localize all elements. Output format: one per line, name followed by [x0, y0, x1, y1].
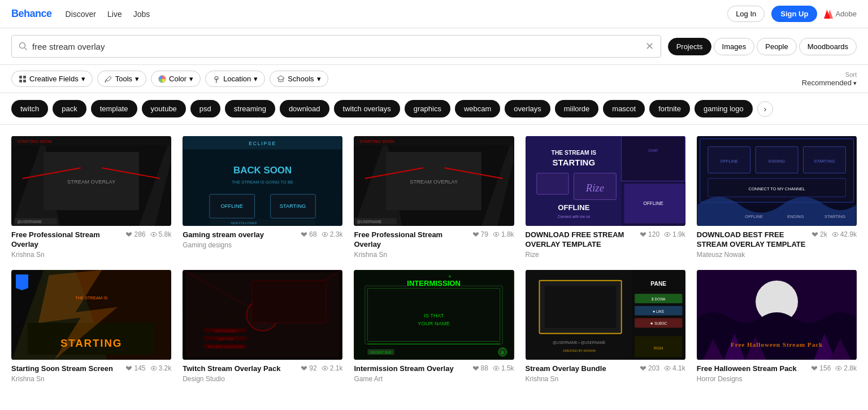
project-stats: 203 4.1k: [640, 364, 685, 372]
sort-label: Sort: [802, 71, 857, 78]
project-card[interactable]: OFFLINE ENDING STARTING OFFLINE ENDING S…: [697, 136, 857, 259]
svg-point-37: [324, 234, 326, 235]
tag-template[interactable]: template: [91, 100, 137, 117]
tab-projects[interactable]: Projects: [668, 38, 711, 55]
svg-text:OFFLINE: OFFLINE: [221, 203, 244, 209]
svg-text:THE STREAM IS: THE STREAM IS: [75, 295, 107, 300]
tag-pack[interactable]: pack: [53, 100, 86, 117]
svg-point-139: [667, 368, 669, 369]
like-count: 203: [640, 364, 659, 372]
tag-graphics[interactable]: graphics: [405, 100, 450, 117]
project-card[interactable]: ECLIPSE BACK SOON THE STREAM IS GOING TO…: [183, 136, 342, 259]
view-icon: [493, 365, 500, 372]
project-card[interactable]: INSTAGRAM TWITTER RECENT DONATION Twitch…: [183, 270, 342, 383]
like-icon: [301, 231, 307, 238]
project-card[interactable]: STREAM OVERLAY STARTING SOON @USERNAME F…: [11, 136, 171, 259]
thumb-artwork: ECLIPSE BACK SOON THE STREAM IS GOING TO…: [183, 136, 342, 226]
tag-download[interactable]: download: [280, 100, 329, 117]
svg-text:⚙: ⚙: [501, 350, 505, 355]
project-card[interactable]: THE STREAM IS STARTING Rize OFFLINE Conn…: [526, 136, 685, 259]
brand-logo[interactable]: Behance: [11, 8, 52, 20]
svg-point-81: [834, 234, 836, 235]
view-count: 4.1k: [664, 364, 685, 372]
thumb-artwork: INSTAGRAM TWITTER RECENT DONATION: [183, 270, 342, 360]
svg-text:CHAT: CHAT: [648, 149, 658, 152]
project-card[interactable]: INTERMISSION ✕ IS THAT YOUR NAME RECENT …: [354, 270, 514, 383]
svg-text:RECENT SUB: RECENT SUB: [371, 351, 391, 354]
project-card[interactable]: STREAM OVERLAY STARTING SOON @USERNAME F…: [354, 136, 514, 259]
tab-images[interactable]: Images: [714, 38, 755, 55]
schools-chevron-icon: ▾: [317, 75, 321, 83]
project-title-row: Free Professional Stream Overlay 79 1.8k: [354, 230, 514, 250]
project-thumbnail: STREAM OVERLAY STARTING SOON @USERNAME: [354, 136, 514, 226]
filter-schools[interactable]: Schools ▾: [270, 71, 328, 87]
svg-rect-4: [19, 76, 22, 78]
tag-twitch[interactable]: twitch: [11, 100, 48, 117]
project-card[interactable]: Free Halloween Stream Pack Free Hallowee…: [697, 270, 857, 383]
tag-twitch-overlays[interactable]: twitch overlays: [334, 100, 400, 117]
project-info: Intermission Stream Overlay 88 1.5k Game…: [354, 364, 514, 383]
svg-line-3: [25, 48, 27, 50]
tag-streaming[interactable]: streaming: [225, 100, 275, 117]
tag-gaming-logo[interactable]: gaming logo: [695, 100, 753, 117]
login-button[interactable]: Log In: [727, 6, 765, 22]
project-thumbnail: ECLIPSE BACK SOON THE STREAM IS GOING TO…: [183, 136, 342, 226]
view-count: 5.8k: [150, 230, 172, 238]
like-icon: [125, 365, 132, 372]
svg-point-150: [838, 368, 840, 369]
nav-jobs[interactable]: Jobs: [133, 10, 150, 19]
view-icon: [322, 365, 328, 372]
project-stats: 79 1.8k: [472, 230, 514, 238]
nav-live[interactable]: Live: [107, 10, 122, 19]
sort-value[interactable]: Recommended: [802, 78, 857, 87]
filter-color[interactable]: Color ▾: [151, 71, 201, 87]
svg-text:STARTING: STARTING: [280, 203, 306, 209]
project-author: Rize: [526, 251, 685, 259]
creative-fields-icon: [19, 75, 27, 83]
svg-text:BACK SOON: BACK SOON: [233, 165, 292, 176]
tag-mascot[interactable]: mascot: [603, 100, 645, 117]
project-thumbnail: Free Halloween Stream Pack: [697, 270, 857, 360]
view-icon: [322, 231, 328, 238]
project-stats: 286 5.8k: [125, 230, 171, 238]
tag-youtube[interactable]: youtube: [142, 100, 186, 117]
tag-psd[interactable]: psd: [190, 100, 220, 117]
filter-creative-fields[interactable]: Creative Fields ▾: [11, 71, 93, 87]
tab-people[interactable]: People: [757, 38, 796, 55]
filter-tools[interactable]: Tools ▾: [97, 71, 146, 87]
tag-webcam[interactable]: webcam: [455, 100, 500, 117]
nav-discover[interactable]: Discover: [66, 10, 96, 19]
tag-overlays[interactable]: overlays: [505, 100, 550, 117]
filter-location[interactable]: Location ▾: [205, 71, 265, 87]
project-thumbnail: STREAM OVERLAY STARTING SOON @USERNAME: [11, 136, 171, 226]
tag-fortnite[interactable]: fortnite: [649, 100, 690, 117]
like-count: 156: [811, 364, 831, 372]
view-icon: [150, 231, 157, 238]
project-title: Free Professional Stream Overlay: [11, 230, 123, 250]
project-title: DOWNLOAD FREE STREAM OVERLAY TEMPLATE: [526, 230, 637, 250]
tools-chevron-icon: ▾: [135, 75, 139, 83]
search-input[interactable]: [32, 42, 641, 51]
svg-point-50: [495, 234, 497, 235]
project-title: Intermission Stream Overlay: [354, 364, 470, 374]
tab-moodboards[interactable]: Moodboards: [799, 38, 857, 55]
project-info: Twitch Stream Overlay Pack 92 2.1k Desig…: [183, 364, 342, 383]
svg-rect-6: [19, 80, 22, 82]
search-clear-button[interactable]: ✕: [645, 40, 654, 53]
svg-text:STARTING: STARTING: [824, 214, 845, 219]
like-icon: [125, 231, 132, 238]
project-title-row: Stream Overlay Bundle 203 4.1k: [526, 364, 685, 374]
svg-text:CONNECT TO MY CHANNEL: CONNECT TO MY CHANNEL: [748, 186, 805, 191]
like-icon: [301, 365, 307, 372]
project-card[interactable]: PANE $ DONA ♥ LIKE ★ SUBSC @USERNAME • @…: [526, 270, 685, 383]
thumb-artwork: Free Halloween Stream Pack: [697, 270, 857, 360]
like-count: 145: [125, 364, 145, 372]
tags-next-arrow[interactable]: ›: [757, 101, 773, 117]
svg-text:ENDING: ENDING: [769, 159, 785, 164]
project-author: Horror Designs: [697, 375, 857, 383]
tag-miilorde[interactable]: miilorde: [555, 100, 599, 117]
project-title: Free Professional Stream Overlay: [354, 230, 470, 250]
svg-text:CREATED BY KRISHN: CREATED BY KRISHN: [562, 349, 595, 352]
project-card[interactable]: STARTING THE STREAM IS Starting Soon Str…: [11, 270, 171, 383]
signup-button[interactable]: Sign Up: [771, 6, 817, 22]
